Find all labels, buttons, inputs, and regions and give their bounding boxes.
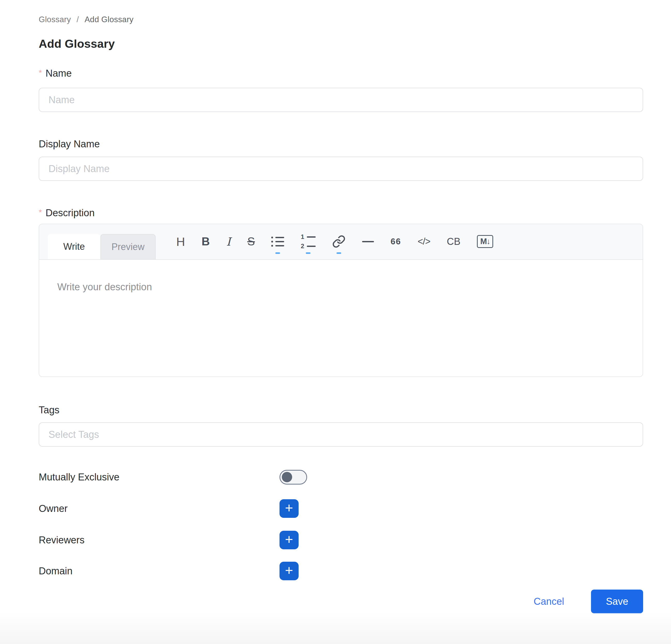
breadcrumb: Glossary / Add Glossary [39,0,643,24]
display-name-input[interactable] [39,157,643,181]
bold-icon: B [202,235,210,248]
name-label-text: Name [46,67,72,79]
display-name-label-text: Display Name [39,138,100,150]
description-label-text: Description [46,207,94,219]
add-glossary-form: Glossary / Add Glossary Add Glossary * N… [39,0,643,613]
name-input[interactable] [39,88,643,112]
markdown-button[interactable]: M↓ [469,229,502,254]
horizontal-rule-button[interactable] [354,229,382,254]
owner-row: Owner + [39,499,643,518]
bold-button[interactable]: B [193,229,218,254]
tab-preview-label: Preview [112,242,144,252]
description-placeholder: Write your description [57,282,152,292]
domain-row: Domain + [39,562,643,580]
add-owner-button[interactable]: + [279,499,299,518]
horizontal-rule-icon [362,241,374,242]
page-title: Add Glossary [39,37,643,51]
markdown-icon: M↓ [477,235,493,248]
add-domain-button[interactable]: + [279,562,299,580]
required-asterisk: * [39,68,42,78]
toggle-knob [282,472,292,482]
cancel-button[interactable]: Cancel [534,596,564,607]
description-label: * Description [39,207,643,219]
option-rows: Mutually Exclusive Owner + Reviewers + D… [39,469,643,580]
add-reviewers-button[interactable]: + [279,531,299,549]
ordered-list-button[interactable]: 1 2 [292,229,324,254]
tab-write[interactable]: Write [48,234,100,259]
owner-label: Owner [39,503,279,514]
italic-button[interactable]: I [218,229,239,254]
tags-label-text: Tags [39,404,59,416]
link-icon [332,235,345,248]
tab-write-label: Write [63,241,85,252]
reviewers-row: Reviewers + [39,531,643,549]
heading-icon: H [176,234,185,249]
save-button[interactable]: Save [591,590,643,613]
reviewers-label: Reviewers [39,534,279,546]
name-label: * Name [39,67,643,79]
required-asterisk: * [39,207,42,218]
italic-icon: I [226,235,231,248]
description-textarea[interactable]: Write your description [39,260,643,376]
description-editor: Write Preview H B I S [39,224,643,377]
code-button[interactable]: </> [409,229,439,254]
tags-label: Tags [39,404,643,416]
code-block-button[interactable]: CB [439,229,469,254]
strikethrough-icon: S [247,235,255,248]
page-bottom-fade [0,611,671,644]
link-button[interactable] [324,229,354,254]
editor-toolbar: Write Preview H B I S [39,224,643,260]
tags-select-input[interactable] [39,422,643,447]
mutually-exclusive-row: Mutually Exclusive [39,469,643,485]
unordered-list-button[interactable] [263,229,292,254]
toolbar-buttons: H B I S [168,224,502,259]
mutually-exclusive-toggle[interactable] [279,470,307,485]
quote-button[interactable]: 66 [382,229,409,254]
quote-icon: 66 [391,236,401,246]
unordered-list-icon [271,236,284,247]
strikethrough-button[interactable]: S [239,229,263,254]
form-actions: Cancel Save [39,590,643,613]
breadcrumb-add-glossary: Add Glossary [85,15,134,24]
mutually-exclusive-label: Mutually Exclusive [39,472,279,483]
breadcrumb-glossary[interactable]: Glossary [39,15,71,24]
domain-label: Domain [39,566,279,577]
tab-preview[interactable]: Preview [100,234,156,259]
breadcrumb-separator: / [77,15,79,24]
heading-button[interactable]: H [168,229,193,254]
code-block-icon: CB [447,236,460,247]
ordered-list-icon: 1 2 [301,234,316,249]
code-icon: </> [418,236,430,247]
display-name-label: Display Name [39,138,643,150]
